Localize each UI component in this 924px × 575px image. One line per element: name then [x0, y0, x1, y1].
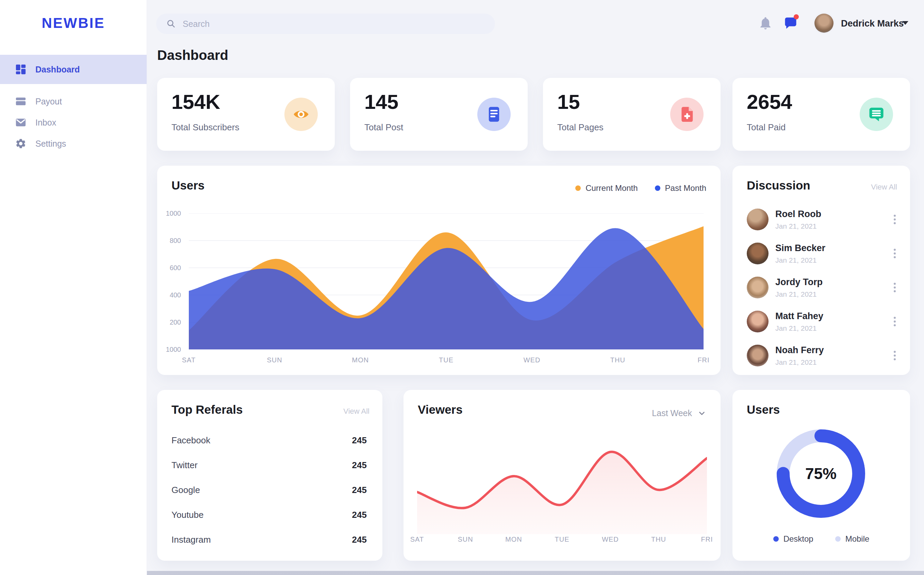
discussion-row: Sim Becker Jan 21, 2021 [747, 237, 899, 270]
discussion-row: Noah Ferry Jan 21, 2021 [747, 338, 899, 373]
user-name[interactable]: Dedrick Marks [841, 18, 904, 29]
referral-label: Youtube [171, 510, 203, 520]
chat-icon [860, 98, 893, 131]
legend-item-current-month: Current Month [575, 183, 638, 193]
sidebar-item-dashboard[interactable]: Dashboard [0, 55, 147, 84]
member-name: Jordy Torp [775, 277, 891, 288]
member-date: Jan 21, 2021 [775, 290, 891, 299]
referral-label: Facebook [171, 435, 210, 446]
range-label: Last Week [652, 408, 692, 418]
discussion-row: Roel Roob Jan 21, 2021 [747, 202, 899, 237]
panel-title: Discussion [747, 179, 810, 192]
card-icon [15, 95, 27, 107]
stat-label: Total Paid [747, 122, 786, 133]
legend-dot [575, 186, 581, 191]
referral-value: 245 [352, 535, 367, 545]
notifications-bell-icon[interactable] [758, 16, 773, 31]
member-name: Sim Becker [775, 243, 891, 254]
axis-label: WED [593, 535, 627, 543]
member-date: Jan 21, 2021 [775, 324, 891, 332]
x-axis-labels: SATSUNMONTUEWEDTHUFRI [403, 535, 721, 546]
user-avatar[interactable] [814, 14, 834, 33]
panel-title: Top Referals [171, 403, 243, 416]
search-bar [156, 14, 495, 34]
referral-label: Twitter [171, 460, 198, 470]
axis-label: SUN [448, 535, 483, 543]
stat-label: Total Pages [557, 122, 603, 133]
sidebar-item-label: Inbox [35, 118, 56, 128]
legend-item-mobile: Mobile [835, 534, 870, 544]
axis-label: SAT [400, 535, 434, 543]
eye-icon [284, 98, 318, 131]
range-dropdown[interactable]: Last Week [652, 408, 706, 418]
panel-title: Users [171, 179, 205, 192]
member-date: Jan 21, 2021 [775, 358, 891, 367]
kebab-menu-icon[interactable] [891, 246, 899, 261]
messages-icon[interactable] [783, 16, 798, 31]
view-all-link[interactable]: View All [871, 183, 897, 192]
referral-row: Instagram 245 [171, 531, 367, 548]
kebab-menu-icon[interactable] [891, 314, 899, 329]
axis-label: TUE [545, 535, 579, 543]
axis-label: 1000 [157, 210, 181, 218]
avatar [747, 311, 768, 332]
search-input[interactable] [183, 19, 485, 29]
sidebar: NEWBIE Dashboard Payout [0, 0, 147, 575]
kebab-menu-icon[interactable] [891, 280, 899, 295]
chevron-down-icon[interactable] [902, 21, 908, 25]
member-name: Matt Fahey [775, 311, 891, 321]
brand-logo: NEWBIE [0, 15, 147, 31]
kebab-menu-icon[interactable] [891, 348, 899, 363]
viewers-chart-card: Viewers Last Week SATSUNMONTUEWEDTHUFRI [403, 390, 721, 561]
kebab-menu-icon[interactable] [891, 212, 899, 227]
referral-label: Google [171, 485, 200, 496]
users-donut-card: Users 75% Desktop Mobile [732, 390, 910, 561]
referral-row: Facebook 245 [171, 432, 367, 449]
mail-icon [15, 117, 27, 128]
sidebar-item-settings[interactable]: Settings [0, 133, 147, 154]
view-all-link[interactable]: View All [343, 407, 370, 416]
top-referrals-card: Top Referals View All Facebook 245 Twitt… [157, 390, 383, 561]
stat-label: Total Post [364, 122, 403, 133]
discussion-row: Jordy Torp Jan 21, 2021 [747, 270, 899, 305]
stat-card-posts: 145 Total Post [350, 78, 528, 151]
axis-label: SUN [257, 356, 292, 364]
discussion-card: Discussion View All Roel Roob Jan 21, 20… [732, 166, 910, 375]
axis-label: SAT [172, 356, 206, 364]
axis-label: MON [343, 356, 377, 364]
legend-label: Current Month [586, 183, 638, 193]
referral-row: Google 245 [171, 481, 367, 499]
avatar [747, 208, 768, 230]
users-chart-card: Users Current Month Past Month 100080060… [157, 166, 721, 375]
referral-row: Youtube 245 [171, 506, 367, 523]
sidebar-item-inbox[interactable]: Inbox [0, 112, 147, 133]
panel-title: Viewers [418, 403, 463, 416]
stat-value: 2654 [747, 90, 792, 114]
users-area-chart [189, 213, 703, 349]
stat-value: 15 [557, 90, 580, 114]
chevron-down-icon [697, 409, 706, 418]
stat-label: Total Subscribers [171, 122, 239, 133]
stat-card-pages: 15 Total Pages [543, 78, 721, 151]
legend-item-past-month: Past Month [655, 183, 706, 193]
stat-card-subscribers: 154K Total Subscribers [157, 78, 335, 151]
page-title: Dashboard [157, 48, 228, 63]
legend-label: Mobile [845, 534, 870, 544]
axis-label: 800 [157, 237, 181, 245]
referral-row: Twitter 245 [171, 457, 367, 473]
referral-value: 245 [352, 460, 367, 470]
member-date: Jan 21, 2021 [775, 222, 891, 230]
sidebar-item-label: Settings [35, 139, 66, 149]
referral-value: 245 [352, 510, 367, 520]
search-icon [167, 19, 176, 29]
donut-legend: Desktop Mobile [732, 534, 910, 544]
legend-dot [835, 536, 841, 542]
panel-title: Users [747, 403, 780, 416]
discussion-row: Matt Fahey Jan 21, 2021 [747, 305, 899, 338]
member-name: Roel Roob [775, 209, 891, 219]
avatar [747, 345, 768, 367]
referral-label: Instagram [171, 535, 211, 545]
legend-label: Desktop [783, 534, 813, 544]
axis-label: 1000 [157, 346, 181, 354]
sidebar-item-payout[interactable]: Payout [0, 91, 147, 112]
